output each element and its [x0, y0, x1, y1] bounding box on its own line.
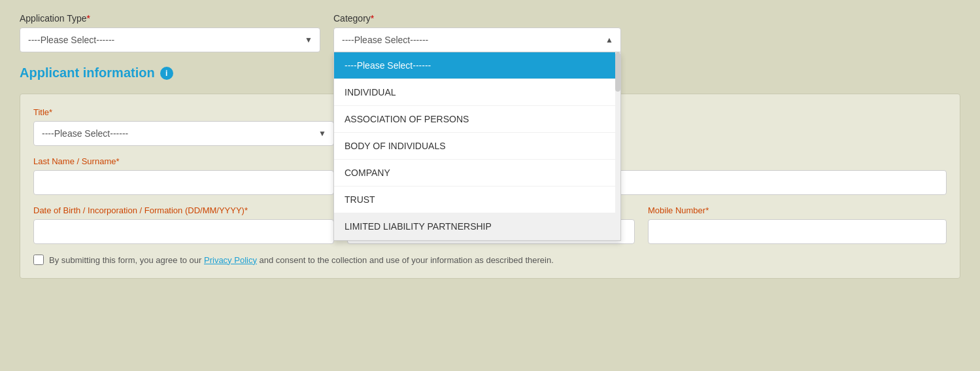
application-type-label: Application Type* — [20, 13, 320, 24]
category-option-llp[interactable]: LIMITED LIABILITY PARTNERSHIP — [334, 213, 620, 240]
agree-checkbox[interactable] — [33, 255, 44, 265]
checkbox-text: By submitting this form, you agree to ou… — [49, 255, 554, 265]
applicant-info-title: Applicant information — [20, 65, 155, 80]
category-select-box[interactable]: ----Please Select------ — [333, 27, 621, 52]
mobile-label: Mobile Number* — [648, 205, 947, 215]
dob-input[interactable] — [33, 219, 334, 244]
last-name-input[interactable] — [33, 170, 334, 195]
dob-field-group: Date of Birth / Incorporation / Formatio… — [33, 205, 334, 244]
title-select-wrapper: ----Please Select------ ▼ — [33, 121, 334, 146]
mobile-input[interactable] — [648, 219, 947, 244]
info-icon[interactable]: i — [160, 67, 173, 80]
privacy-policy-link[interactable]: Privacy Policy — [204, 255, 257, 265]
dob-label: Date of Birth / Incorporation / Formatio… — [33, 205, 334, 215]
title-field-group: Title* ----Please Select------ ▼ — [33, 107, 334, 146]
scrollbar-thumb[interactable] — [615, 52, 620, 92]
category-option-trust[interactable]: TRUST — [334, 186, 620, 213]
category-label: Category* — [333, 13, 621, 24]
checkbox-row: By submitting this form, you agree to ou… — [33, 255, 947, 265]
category-option-individual[interactable]: INDIVIDUAL — [334, 79, 620, 106]
top-section: Application Type* ----Please Select-----… — [20, 13, 960, 52]
title-select[interactable]: ----Please Select------ — [33, 121, 334, 146]
category-group: Category* ----Please Select------ ▲ ----… — [333, 13, 621, 52]
scrollbar-track — [615, 52, 620, 240]
category-option-company[interactable]: COMPANY — [334, 160, 620, 186]
category-option-body[interactable]: BODY OF INDIVIDUALS — [334, 133, 620, 160]
mobile-field-group: Mobile Number* — [648, 205, 947, 244]
application-type-select-wrapper: ----Please Select------ ▼ — [20, 27, 320, 52]
category-option-please-select[interactable]: ----Please Select------ — [334, 52, 620, 79]
category-select-wrapper: ----Please Select------ ▲ — [333, 27, 621, 52]
category-dropdown-list: ----Please Select------ INDIVIDUAL ASSOC… — [333, 52, 621, 241]
application-type-group: Application Type* ----Please Select-----… — [20, 13, 320, 52]
category-dropdown-container: ----Please Select------ ▲ ----Please Sel… — [333, 27, 621, 52]
application-type-select[interactable]: ----Please Select------ — [20, 27, 320, 52]
last-name-field-group: Last Name / Surname* — [33, 156, 334, 195]
last-name-label: Last Name / Surname* — [33, 156, 334, 166]
category-option-association[interactable]: ASSOCIATION OF PERSONS — [334, 106, 620, 133]
title-label: Title* — [33, 107, 334, 117]
page-container: Application Type* ----Please Select-----… — [0, 0, 980, 371]
